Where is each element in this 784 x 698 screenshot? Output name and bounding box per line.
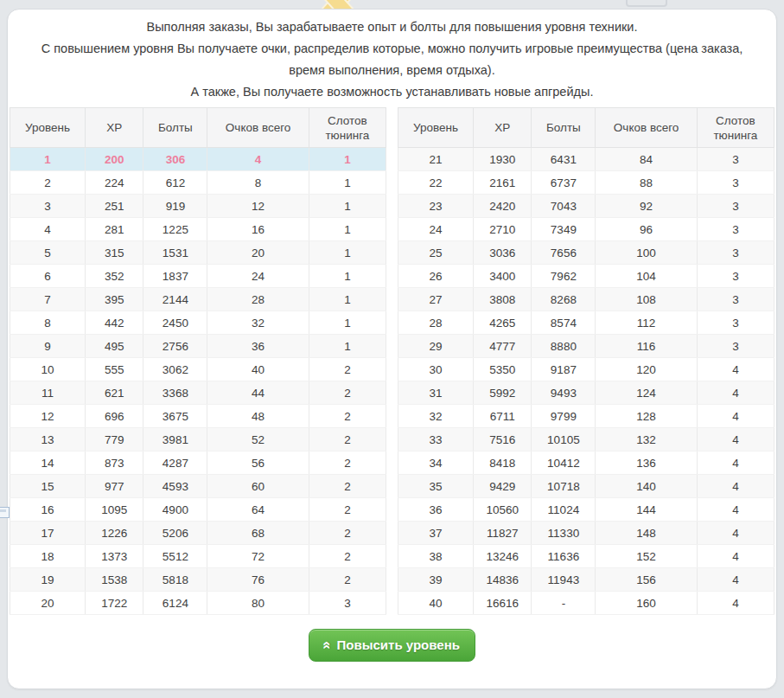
table-cell: 3 — [697, 265, 774, 288]
table-cell: 779 — [86, 428, 143, 451]
table-cell: 873 — [86, 451, 143, 475]
table-cell: 8268 — [532, 288, 596, 311]
table-cell: 14 — [10, 451, 86, 475]
table-cell: 15 — [10, 475, 86, 498]
table-cell: 1531 — [143, 241, 207, 265]
table-cell: 12 — [207, 195, 309, 218]
table-row-level-3: 3251919121 — [10, 195, 386, 218]
table-cell: 4 — [697, 498, 774, 522]
table-cell: 38 — [398, 545, 474, 568]
table-cell: 1095 — [86, 498, 143, 522]
table-cell: 13246 — [474, 545, 532, 568]
table-row-level-22: 2221616737883 — [398, 171, 774, 195]
background-box-decoration — [626, 0, 667, 7]
table-cell: 16 — [10, 498, 86, 522]
table-row-level-8: 84422450321 — [10, 311, 386, 335]
column-header-xp: XP — [86, 108, 143, 148]
table-cell: 4 — [207, 148, 309, 171]
table-cell: 10718 — [532, 475, 596, 498]
table-row-level-36: 3610560110241444 — [398, 498, 774, 522]
table-cell: 68 — [207, 522, 309, 545]
table-cell: 10105 — [532, 428, 596, 451]
table-cell: 3 — [697, 171, 774, 195]
table-cell: 7 — [10, 288, 86, 311]
table-cell: 144 — [596, 498, 697, 522]
table-row-level-15: 159774593602 — [10, 475, 386, 498]
table-cell: 152 — [596, 545, 697, 568]
table-cell: 4 — [697, 358, 774, 381]
table-row-level-25: 25303676561003 — [398, 241, 774, 265]
table-cell: 8418 — [474, 451, 532, 475]
table-cell: 31 — [398, 381, 474, 405]
table-row-level-38: 3813246116361524 — [398, 545, 774, 568]
levels-panel: Выполняя заказы, Вы зарабатываете опыт и… — [7, 9, 777, 689]
table-row-level-34: 348418104121364 — [398, 451, 774, 475]
table-cell: 7349 — [532, 218, 596, 241]
table-cell: 35 — [398, 475, 474, 498]
table-row-level-23: 2324207043923 — [398, 195, 774, 218]
table-cell: 2 — [309, 568, 386, 592]
table-cell: 160 — [596, 592, 697, 615]
table-cell: 20 — [207, 241, 309, 265]
table-cell: 8 — [207, 171, 309, 195]
table-row-level-40: 4016616-1604 — [398, 592, 774, 615]
table-row-level-7: 73952144281 — [10, 288, 386, 311]
table-cell: 60 — [207, 475, 309, 498]
table-cell: 1225 — [143, 218, 207, 241]
table-cell: 315 — [86, 241, 143, 265]
table-cell: 11330 — [532, 522, 596, 545]
table-cell: 2710 — [474, 218, 532, 241]
table-cell: 10560 — [474, 498, 532, 522]
table-cell: 8880 — [532, 335, 596, 358]
table-cell: 132 — [596, 428, 697, 451]
table-cell: 3 — [697, 311, 774, 335]
table-row-level-14: 148734287562 — [10, 451, 386, 475]
table-cell: 96 — [596, 218, 697, 241]
table-cell: 11 — [10, 381, 86, 405]
column-header-level: Уровень — [398, 108, 474, 148]
table-cell: 108 — [596, 288, 697, 311]
table-cell: 120 — [596, 358, 697, 381]
table-cell: 8 — [10, 311, 86, 335]
table-cell: 140 — [596, 475, 697, 498]
table-cell: 1 — [309, 265, 386, 288]
table-cell: 34 — [398, 451, 474, 475]
table-row-level-27: 27380882681083 — [398, 288, 774, 311]
level-up-button[interactable]: » Повысить уровень — [309, 629, 475, 662]
table-row-level-4: 42811225161 — [10, 218, 386, 241]
column-header-tuning-slots: Слотов тюнинга — [309, 108, 386, 148]
table-row-level-9: 94952756361 — [10, 335, 386, 358]
table-cell: 3808 — [474, 288, 532, 311]
table-cell: 9493 — [532, 381, 596, 405]
table-cell: 4 — [697, 451, 774, 475]
table-cell: 32 — [398, 405, 474, 428]
table-cell: 6711 — [474, 405, 532, 428]
table-cell: 4265 — [474, 311, 532, 335]
table-cell: 88 — [596, 171, 697, 195]
table-cell: 36 — [398, 498, 474, 522]
table-cell: 19 — [10, 568, 86, 592]
table-cell: 27 — [398, 288, 474, 311]
table-cell: 1 — [309, 195, 386, 218]
table-cell: 11827 — [474, 522, 532, 545]
table-cell: 37 — [398, 522, 474, 545]
table-cell: 3036 — [474, 241, 532, 265]
column-header-total-points: Очков всего — [596, 108, 697, 148]
table-cell: 4 — [697, 522, 774, 545]
table-cell: 2161 — [474, 171, 532, 195]
table-cell: 20 — [10, 592, 86, 615]
levels-table-21-40: Уровень XP Болты Очков всего Слотов тюни… — [398, 107, 774, 615]
table-cell: 1373 — [86, 545, 143, 568]
table-cell: 148 — [596, 522, 697, 545]
table-cell: 2 — [10, 171, 86, 195]
table-cell: 11943 — [532, 568, 596, 592]
table-cell: 32 — [207, 311, 309, 335]
table-cell: 1 — [10, 148, 86, 171]
button-row: » Повысить уровень — [10, 629, 774, 662]
table-cell: 1 — [309, 171, 386, 195]
table-cell: 64 — [207, 498, 309, 522]
table-cell: 28 — [207, 288, 309, 311]
table-cell: 44 — [207, 381, 309, 405]
table-row-level-39: 3914836119431564 — [398, 568, 774, 592]
table-cell: 104 — [596, 265, 697, 288]
